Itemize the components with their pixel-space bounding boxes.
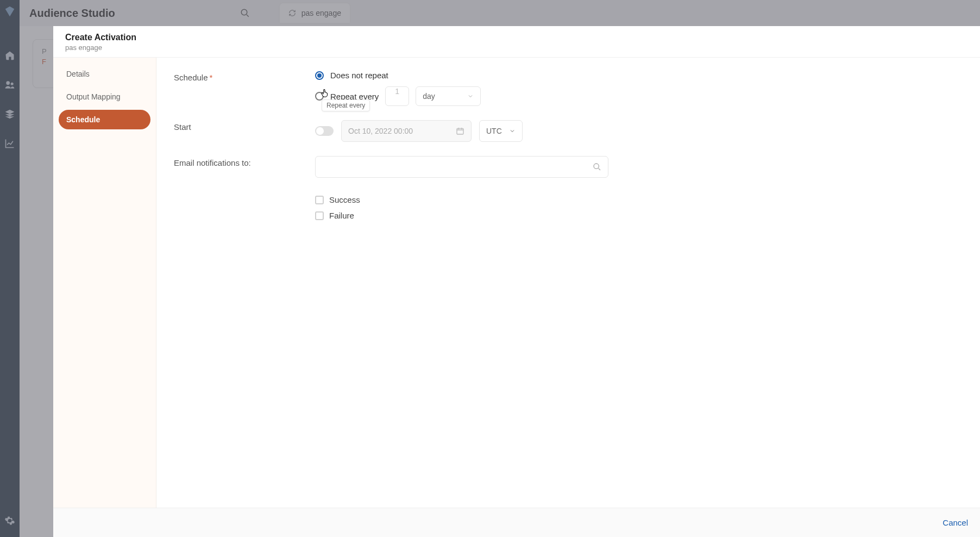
checkbox-icon bbox=[315, 196, 324, 204]
checkbox-success-label: Success bbox=[329, 195, 360, 204]
modal-footer: Cancel bbox=[53, 508, 980, 537]
create-activation-modal: Create Activation pas engage Details Out… bbox=[53, 26, 980, 537]
start-label: Start bbox=[174, 120, 315, 132]
start-toggle[interactable] bbox=[315, 126, 334, 136]
timezone-select[interactable]: UTC bbox=[479, 120, 523, 142]
repeat-unit-select[interactable]: day bbox=[416, 86, 481, 106]
radio-does-not-repeat[interactable]: Does not repeat bbox=[315, 71, 963, 80]
form-area: Schedule* Does not repeat Repeat every 1 bbox=[156, 58, 980, 508]
modal-subtitle: pas engage bbox=[65, 43, 968, 52]
repeat-tooltip: Repeat every bbox=[322, 99, 370, 111]
calendar-icon bbox=[456, 127, 464, 135]
step-output-mapping[interactable]: Output Mapping bbox=[59, 87, 150, 107]
checkbox-failure[interactable]: Failure bbox=[315, 211, 963, 220]
checkbox-icon bbox=[315, 211, 324, 220]
modal-header: Create Activation pas engage bbox=[53, 26, 980, 58]
steps-nav: Details Output Mapping Schedule bbox=[53, 58, 156, 508]
step-schedule[interactable]: Schedule bbox=[59, 110, 150, 129]
step-details[interactable]: Details bbox=[59, 64, 150, 84]
email-to-label: Email notifications to: bbox=[174, 156, 315, 167]
checkbox-failure-label: Failure bbox=[329, 211, 354, 220]
email-search-input[interactable] bbox=[315, 156, 608, 178]
svg-rect-4 bbox=[457, 128, 463, 134]
cancel-button[interactable]: Cancel bbox=[943, 518, 968, 527]
cursor-hand-icon bbox=[320, 88, 330, 98]
checkbox-success[interactable]: Success bbox=[315, 195, 963, 204]
chevron-down-icon bbox=[509, 128, 516, 134]
radio-icon bbox=[315, 71, 324, 80]
chevron-down-icon bbox=[467, 93, 474, 99]
svg-point-5 bbox=[594, 164, 599, 168]
radio-does-not-repeat-label: Does not repeat bbox=[330, 71, 388, 80]
search-icon bbox=[593, 163, 601, 171]
start-date-input[interactable]: Oct 10, 2022 00:00 bbox=[341, 120, 472, 142]
radio-repeat-every[interactable]: Repeat every 1 day Repeat every bbox=[315, 86, 963, 106]
schedule-label: Schedule* bbox=[174, 71, 315, 82]
modal-title: Create Activation bbox=[65, 33, 968, 42]
repeat-count-input[interactable]: 1 bbox=[385, 86, 409, 106]
